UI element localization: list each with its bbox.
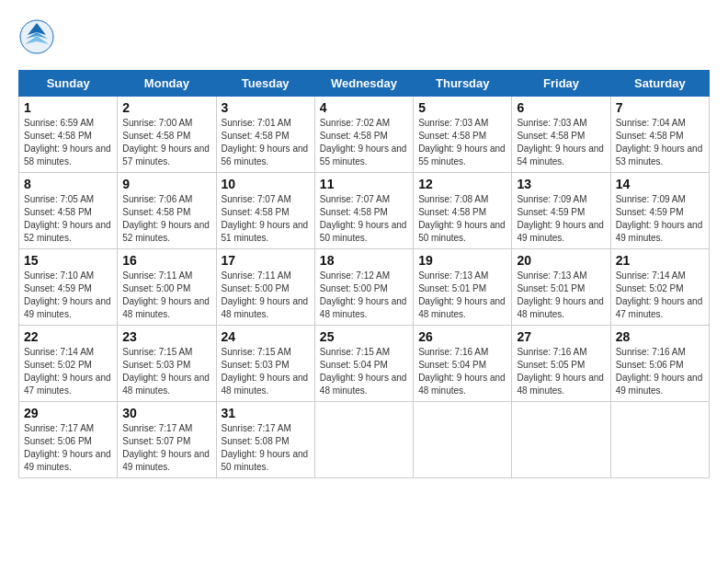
calendar-cell: 14 Sunrise: 7:09 AMSunset: 4:59 PMDaylig… [610, 173, 709, 249]
calendar-cell: 24 Sunrise: 7:15 AMSunset: 5:03 PMDaylig… [216, 326, 314, 402]
day-info: Sunrise: 7:11 AMSunset: 5:00 PMDaylight:… [222, 270, 309, 319]
logo-icon [18, 18, 55, 55]
week-row-2: 8 Sunrise: 7:05 AMSunset: 4:58 PMDayligh… [19, 173, 710, 249]
day-number: 22 [24, 329, 112, 344]
day-number: 19 [418, 253, 506, 268]
weekday-header-tuesday: Tuesday [216, 71, 314, 97]
day-info: Sunrise: 7:10 AMSunset: 4:59 PMDaylight:… [24, 270, 111, 319]
day-number: 26 [418, 329, 506, 344]
day-info: Sunrise: 7:08 AMSunset: 4:58 PMDaylight:… [418, 194, 506, 243]
calendar-cell: 27 Sunrise: 7:16 AMSunset: 5:05 PMDaylig… [512, 326, 610, 402]
calendar-cell: 7 Sunrise: 7:04 AMSunset: 4:58 PMDayligh… [610, 97, 709, 173]
day-info: Sunrise: 7:01 AMSunset: 4:58 PMDaylight:… [222, 118, 309, 167]
weekday-header-sunday: Sunday [19, 71, 118, 97]
day-info: Sunrise: 7:16 AMSunset: 5:05 PMDaylight:… [517, 347, 604, 396]
calendar-cell: 5 Sunrise: 7:03 AMSunset: 4:58 PMDayligh… [414, 97, 512, 173]
calendar-cell [610, 402, 709, 478]
day-info: Sunrise: 7:16 AMSunset: 5:06 PMDaylight:… [616, 347, 703, 396]
calendar-cell: 21 Sunrise: 7:14 AMSunset: 5:02 PMDaylig… [610, 249, 709, 326]
week-row-3: 15 Sunrise: 7:10 AMSunset: 4:59 PMDaylig… [19, 249, 710, 326]
day-info: Sunrise: 7:05 AMSunset: 4:58 PMDaylight:… [24, 194, 111, 243]
day-info: Sunrise: 7:07 AMSunset: 4:58 PMDaylight:… [320, 194, 407, 243]
day-number: 4 [320, 100, 408, 115]
day-number: 3 [222, 100, 310, 115]
weekday-header-thursday: Thursday [414, 71, 512, 97]
day-number: 16 [122, 253, 210, 268]
day-number: 17 [222, 253, 310, 268]
day-info: Sunrise: 7:17 AMSunset: 5:06 PMDaylight:… [24, 423, 111, 472]
day-number: 21 [616, 253, 704, 268]
day-info: Sunrise: 7:11 AMSunset: 5:00 PMDaylight:… [122, 270, 210, 319]
week-row-4: 22 Sunrise: 7:14 AMSunset: 5:02 PMDaylig… [19, 326, 710, 402]
calendar-cell: 25 Sunrise: 7:15 AMSunset: 5:04 PMDaylig… [314, 326, 413, 402]
day-info: Sunrise: 7:14 AMSunset: 5:02 PMDaylight:… [24, 347, 111, 396]
calendar-cell: 26 Sunrise: 7:16 AMSunset: 5:04 PMDaylig… [414, 326, 512, 402]
day-info: Sunrise: 7:09 AMSunset: 4:59 PMDaylight:… [616, 194, 703, 243]
day-info: Sunrise: 7:07 AMSunset: 4:58 PMDaylight:… [222, 194, 309, 243]
calendar-cell: 28 Sunrise: 7:16 AMSunset: 5:06 PMDaylig… [610, 326, 709, 402]
calendar-cell: 19 Sunrise: 7:13 AMSunset: 5:01 PMDaylig… [414, 249, 512, 326]
calendar-cell [512, 402, 610, 478]
day-info: Sunrise: 7:16 AMSunset: 5:04 PMDaylight:… [418, 347, 506, 396]
calendar-cell: 30 Sunrise: 7:17 AMSunset: 5:07 PMDaylig… [118, 402, 216, 478]
day-number: 15 [24, 253, 112, 268]
calendar-cell [314, 402, 413, 478]
calendar-cell: 8 Sunrise: 7:05 AMSunset: 4:58 PMDayligh… [19, 173, 118, 249]
calendar-cell: 12 Sunrise: 7:08 AMSunset: 4:58 PMDaylig… [414, 173, 512, 249]
day-number: 8 [24, 177, 112, 191]
calendar-cell: 4 Sunrise: 7:02 AMSunset: 4:58 PMDayligh… [314, 97, 413, 173]
calendar-cell: 20 Sunrise: 7:13 AMSunset: 5:01 PMDaylig… [512, 249, 610, 326]
day-info: Sunrise: 7:17 AMSunset: 5:07 PMDaylight:… [122, 423, 210, 472]
calendar-cell: 29 Sunrise: 7:17 AMSunset: 5:06 PMDaylig… [19, 402, 118, 478]
day-number: 1 [24, 100, 112, 115]
day-number: 20 [517, 253, 605, 268]
day-number: 11 [320, 177, 408, 191]
calendar-table: SundayMondayTuesdayWednesdayThursdayFrid… [18, 70, 710, 478]
day-info: Sunrise: 7:06 AMSunset: 4:58 PMDaylight:… [122, 194, 210, 243]
calendar-cell: 11 Sunrise: 7:07 AMSunset: 4:58 PMDaylig… [314, 173, 413, 249]
day-number: 7 [616, 100, 704, 115]
day-info: Sunrise: 7:04 AMSunset: 4:58 PMDaylight:… [616, 118, 703, 167]
calendar-cell: 16 Sunrise: 7:11 AMSunset: 5:00 PMDaylig… [118, 249, 216, 326]
logo [18, 18, 61, 55]
calendar-cell: 1 Sunrise: 6:59 AMSunset: 4:58 PMDayligh… [19, 97, 118, 173]
calendar-cell [414, 402, 512, 478]
day-number: 13 [517, 177, 605, 191]
calendar-cell: 22 Sunrise: 7:14 AMSunset: 5:02 PMDaylig… [19, 326, 118, 402]
calendar-cell: 10 Sunrise: 7:07 AMSunset: 4:58 PMDaylig… [216, 173, 314, 249]
day-info: Sunrise: 7:15 AMSunset: 5:04 PMDaylight:… [320, 347, 407, 396]
day-info: Sunrise: 7:17 AMSunset: 5:08 PMDaylight:… [222, 423, 309, 472]
day-number: 24 [222, 329, 310, 344]
day-info: Sunrise: 6:59 AMSunset: 4:58 PMDaylight:… [24, 118, 111, 167]
day-info: Sunrise: 7:15 AMSunset: 5:03 PMDaylight:… [122, 347, 210, 396]
day-number: 27 [517, 329, 605, 344]
day-info: Sunrise: 7:13 AMSunset: 5:01 PMDaylight:… [517, 270, 604, 319]
day-number: 9 [122, 177, 210, 191]
calendar-cell: 13 Sunrise: 7:09 AMSunset: 4:59 PMDaylig… [512, 173, 610, 249]
week-row-1: 1 Sunrise: 6:59 AMSunset: 4:58 PMDayligh… [19, 97, 710, 173]
day-info: Sunrise: 7:03 AMSunset: 4:58 PMDaylight:… [517, 118, 604, 167]
weekday-header-friday: Friday [512, 71, 610, 97]
day-info: Sunrise: 7:14 AMSunset: 5:02 PMDaylight:… [616, 270, 703, 319]
weekday-header-wednesday: Wednesday [314, 71, 413, 97]
calendar-cell: 15 Sunrise: 7:10 AMSunset: 4:59 PMDaylig… [19, 249, 118, 326]
day-info: Sunrise: 7:03 AMSunset: 4:58 PMDaylight:… [418, 118, 506, 167]
calendar-cell: 31 Sunrise: 7:17 AMSunset: 5:08 PMDaylig… [216, 402, 314, 478]
weekday-header-monday: Monday [118, 71, 216, 97]
calendar-cell: 6 Sunrise: 7:03 AMSunset: 4:58 PMDayligh… [512, 97, 610, 173]
day-info: Sunrise: 7:02 AMSunset: 4:58 PMDaylight:… [320, 118, 407, 167]
day-number: 30 [122, 406, 210, 420]
day-number: 25 [320, 329, 408, 344]
week-row-5: 29 Sunrise: 7:17 AMSunset: 5:06 PMDaylig… [19, 402, 710, 478]
day-info: Sunrise: 7:00 AMSunset: 4:58 PMDaylight:… [122, 118, 210, 167]
day-number: 10 [222, 177, 310, 191]
day-info: Sunrise: 7:12 AMSunset: 5:00 PMDaylight:… [320, 270, 407, 319]
calendar-cell: 9 Sunrise: 7:06 AMSunset: 4:58 PMDayligh… [118, 173, 216, 249]
day-number: 28 [616, 329, 704, 344]
day-info: Sunrise: 7:15 AMSunset: 5:03 PMDaylight:… [222, 347, 309, 396]
calendar-cell: 17 Sunrise: 7:11 AMSunset: 5:00 PMDaylig… [216, 249, 314, 326]
page-header [18, 18, 710, 55]
day-number: 12 [418, 177, 506, 191]
calendar-cell: 2 Sunrise: 7:00 AMSunset: 4:58 PMDayligh… [118, 97, 216, 173]
day-info: Sunrise: 7:09 AMSunset: 4:59 PMDaylight:… [517, 194, 604, 243]
